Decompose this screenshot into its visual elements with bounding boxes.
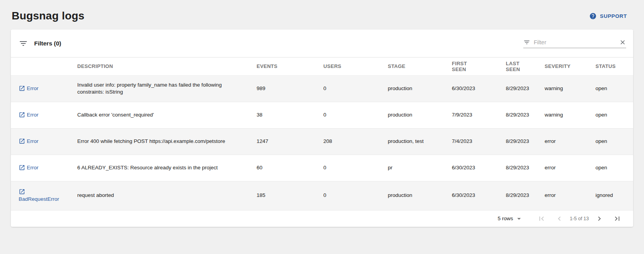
clear-filter-button[interactable] <box>619 39 626 46</box>
cell-first-seen: 6/30/2023 <box>452 155 506 181</box>
cell-status: open <box>595 75 633 102</box>
open-in-new-icon <box>19 164 25 171</box>
rows-per-page-value: 5 rows <box>498 216 513 221</box>
filter-toolbar: Filters (0) <box>11 30 633 57</box>
cell-severity: warning <box>545 102 595 128</box>
column-header-link <box>11 57 77 75</box>
chevron-left-icon <box>555 214 564 223</box>
support-label: SUPPORT <box>600 13 627 19</box>
cell-events: 1247 <box>257 128 323 155</box>
cell-severity: error <box>545 181 595 210</box>
column-header-events: EVENTS <box>257 57 323 75</box>
cell-severity: error <box>545 128 595 155</box>
cell-last-seen: 8/29/2023 <box>506 181 545 210</box>
cell-description: Callback error 'consent_required' <box>77 102 257 128</box>
page-title: Bugsnag logs <box>12 10 85 22</box>
cell-link: Error <box>11 102 77 128</box>
cell-status: ignored <box>595 181 633 210</box>
cell-events: 989 <box>257 75 323 102</box>
cell-status: open <box>595 155 633 181</box>
cell-first-seen: 6/30/2023 <box>452 181 506 210</box>
pagination-bar: 5 rows 1-5 of 13 <box>11 211 633 227</box>
error-link[interactable]: Error <box>19 112 38 118</box>
last-page-button[interactable] <box>611 212 624 225</box>
column-header-stage: STAGE <box>388 57 452 75</box>
cell-last-seen: 8/29/2023 <box>506 102 545 128</box>
error-link[interactable]: Error <box>19 85 38 91</box>
previous-page-button[interactable] <box>553 212 566 225</box>
table-row: Error 6 ALREADY_EXISTS: Resource already… <box>11 155 633 181</box>
cell-description: Invalid user info: property family_name … <box>77 75 257 102</box>
table-row: BadRequestError request aborted 185 0 pr… <box>11 181 633 210</box>
cell-stage: pr <box>388 155 452 181</box>
cell-events: 60 <box>257 155 323 181</box>
column-header-first-seen: FIRST SEEN <box>452 57 506 75</box>
cell-severity: warning <box>545 75 595 102</box>
cell-first-seen: 7/9/2023 <box>452 102 506 128</box>
cell-status: open <box>595 128 633 155</box>
column-header-last-seen: LAST SEEN <box>506 57 545 75</box>
error-link[interactable]: Error <box>19 138 38 144</box>
cell-users: 208 <box>323 128 388 155</box>
filter-list-icon <box>19 39 28 48</box>
rows-per-page-select[interactable]: 5 rows <box>498 214 523 223</box>
cell-last-seen: 8/29/2023 <box>506 128 545 155</box>
logs-card: Filters (0) DESCRIPTION EVENTS USERS <box>11 30 633 227</box>
cell-link: BadRequestError <box>11 181 77 210</box>
next-page-button[interactable] <box>593 212 606 225</box>
filter-input[interactable] <box>534 39 616 45</box>
cell-description: 6 ALREADY_EXISTS: Resource already exist… <box>77 155 257 181</box>
first-page-button[interactable] <box>535 212 548 225</box>
cell-link: Error <box>11 155 77 181</box>
chevron-down-icon <box>515 214 523 223</box>
cell-stage: production <box>388 102 452 128</box>
cell-link: Error <box>11 128 77 155</box>
cell-users: 0 <box>323 102 388 128</box>
cell-last-seen: 8/29/2023 <box>506 75 545 102</box>
table-row: Error Invalid user info: property family… <box>11 75 633 102</box>
support-button[interactable]: SUPPORT <box>589 12 627 20</box>
column-header-description: DESCRIPTION <box>77 57 257 75</box>
filters-label: Filters (0) <box>34 40 61 47</box>
column-header-users: USERS <box>323 57 388 75</box>
column-header-status: STATUS <box>595 57 633 75</box>
open-in-new-icon <box>19 138 25 144</box>
open-in-new-icon <box>19 111 25 118</box>
error-logs-table: DESCRIPTION EVENTS USERS STAGE FIRST SEE… <box>11 57 633 211</box>
cell-stage: production, test <box>388 128 452 155</box>
first-page-icon <box>537 214 546 223</box>
help-icon <box>589 12 597 20</box>
cell-last-seen: 8/29/2023 <box>506 155 545 181</box>
cell-first-seen: 6/30/2023 <box>452 75 506 102</box>
pagination-range: 1-5 of 13 <box>570 216 589 221</box>
error-link[interactable]: Error <box>19 165 38 170</box>
cell-users: 0 <box>323 155 388 181</box>
cell-severity: error <box>545 155 595 181</box>
cell-status: open <box>595 102 633 128</box>
table-row: Error Callback error 'consent_required' … <box>11 102 633 128</box>
cell-events: 185 <box>257 181 323 210</box>
chevron-right-icon <box>595 214 604 223</box>
cell-stage: production <box>388 75 452 102</box>
cell-users: 0 <box>323 75 388 102</box>
cell-link: Error <box>11 75 77 102</box>
topbar: Bugsnag logs SUPPORT <box>0 0 644 23</box>
open-in-new-icon <box>19 85 25 92</box>
error-link[interactable]: BadRequestError <box>19 189 59 202</box>
open-in-new-icon <box>19 188 25 195</box>
cell-description: request aborted <box>77 181 257 210</box>
cell-description: Error 400 while fetching POST https://ap… <box>77 128 257 155</box>
filter-input-container <box>523 39 626 48</box>
table-header-row: DESCRIPTION EVENTS USERS STAGE FIRST SEE… <box>11 57 633 75</box>
cell-users: 0 <box>323 181 388 210</box>
table-row: Error Error 400 while fetching POST http… <box>11 128 633 155</box>
filter-input-icon <box>523 39 530 46</box>
column-header-severity: SEVERITY <box>545 57 595 75</box>
cell-first-seen: 7/4/2023 <box>452 128 506 155</box>
last-page-icon <box>613 214 621 223</box>
filters-button[interactable]: Filters (0) <box>19 39 61 48</box>
cell-stage: production <box>388 181 452 210</box>
close-icon <box>619 39 626 46</box>
cell-events: 38 <box>257 102 323 128</box>
